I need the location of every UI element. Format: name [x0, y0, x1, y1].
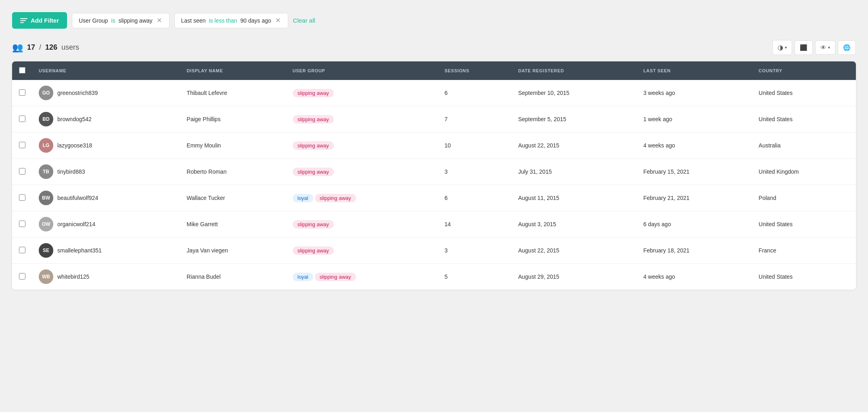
col-date-registered: DATE REGISTERED — [512, 61, 637, 80]
last-seen-cell: February 21, 2021 — [637, 185, 752, 211]
user-group-tag: slipping away — [293, 89, 334, 97]
pie-chart-button[interactable]: ◑ ▾ — [772, 40, 792, 55]
username-cell: OWorganicwolf214 — [32, 211, 180, 238]
username-cell: LGlazygoose318 — [32, 132, 180, 159]
filter1-remove-button[interactable]: ✕ — [156, 17, 163, 24]
filter-bar: Add Filter User Group is slipping away ✕… — [12, 12, 856, 29]
avatar: SE — [39, 243, 53, 258]
avatar: GO — [39, 86, 53, 100]
username-text: smallelephant351 — [57, 247, 102, 254]
add-filter-label: Add Filter — [31, 17, 59, 24]
dropdown-arrow: ▾ — [785, 45, 787, 50]
row-checkbox[interactable] — [19, 89, 25, 96]
username-cell: TBtinybird883 — [32, 159, 180, 185]
clear-all-button[interactable]: Clear all — [293, 17, 315, 24]
table-row: SEsmallelephant351Jaya Van viegenslippin… — [12, 238, 856, 264]
sessions-cell: 7 — [438, 106, 512, 132]
username-text: lazygoose318 — [57, 142, 92, 149]
country-cell: France — [752, 238, 856, 264]
save-button[interactable]: ⬛ — [795, 40, 813, 55]
user-group-tag: slipping away — [315, 194, 356, 202]
table-row: GOgreenostrich839Thibault Lefevreslippin… — [12, 80, 856, 106]
row-checkbox-cell — [12, 159, 32, 185]
date-registered-cell: September 10, 2015 — [512, 80, 637, 106]
table-row: BDbrowndog542Paige Phillipsslipping away… — [12, 106, 856, 132]
row-checkbox[interactable] — [19, 116, 25, 122]
user-group-cell: loyalslipping away — [286, 264, 438, 290]
row-checkbox-cell — [12, 80, 32, 106]
username-text: greenostrich839 — [57, 90, 98, 96]
col-display-name: DISPLAY NAME — [180, 61, 286, 80]
col-checkbox — [12, 61, 32, 80]
user-group-tag: slipping away — [315, 273, 356, 281]
row-checkbox[interactable] — [19, 142, 25, 148]
avatar: WB — [39, 269, 53, 284]
country-cell: United States — [752, 80, 856, 106]
country-cell: Poland — [752, 185, 856, 211]
username-cell: BWbeautifulwolf924 — [32, 185, 180, 211]
sessions-cell: 10 — [438, 132, 512, 159]
row-checkbox[interactable] — [19, 273, 25, 280]
country-cell: Australia — [752, 132, 856, 159]
save-icon: ⬛ — [800, 44, 807, 51]
col-last-seen: LAST SEEN — [637, 61, 752, 80]
avatar: TB — [39, 164, 53, 179]
last-seen-cell: 4 weeks ago — [637, 132, 752, 159]
display-name-cell: Emmy Moulin — [180, 132, 286, 159]
avatar: BD — [39, 112, 53, 126]
user-group-tag: loyal — [293, 194, 313, 202]
username-cell: WBwhitebird125 — [32, 264, 180, 290]
last-seen-cell: 3 weeks ago — [637, 80, 752, 106]
last-seen-cell: February 18, 2021 — [637, 238, 752, 264]
row-checkbox[interactable] — [19, 221, 25, 227]
user-group-tag: slipping away — [293, 168, 334, 176]
username-cell: GOgreenostrich839 — [32, 80, 180, 106]
last-seen-cell: 1 week ago — [637, 106, 752, 132]
last-seen-cell: February 15, 2021 — [637, 159, 752, 185]
date-registered-cell: August 11, 2015 — [512, 185, 637, 211]
date-registered-cell: September 5, 2015 — [512, 106, 637, 132]
date-registered-cell: August 3, 2015 — [512, 211, 637, 238]
select-all-checkbox[interactable] — [19, 67, 25, 74]
username-text: browndog542 — [57, 116, 92, 122]
table-header-row: USERNAME DISPLAY NAME USER GROUP SESSION… — [12, 61, 856, 80]
username-text: whitebird125 — [57, 273, 89, 280]
eye-button[interactable]: 👁 ▾ — [815, 40, 835, 55]
username-cell: BDbrowndog542 — [32, 106, 180, 132]
filter1-prefix: User Group — [79, 17, 108, 24]
add-filter-button[interactable]: Add Filter — [12, 12, 67, 29]
users-icon: 👥 — [12, 42, 23, 53]
user-group-tag: loyal — [293, 273, 313, 281]
row-checkbox[interactable] — [19, 247, 25, 253]
row-checkbox-cell — [12, 185, 32, 211]
display-name-cell: Roberto Roman — [180, 159, 286, 185]
table-row: BWbeautifulwolf924Wallace Tuckerloyalsli… — [12, 185, 856, 211]
user-group-cell: slipping away — [286, 159, 438, 185]
display-name-cell: Thibault Lefevre — [180, 80, 286, 106]
user-group-cell: slipping away — [286, 238, 438, 264]
date-registered-cell: August 22, 2015 — [512, 132, 637, 159]
count-total: 126 — [45, 43, 57, 52]
users-table: USERNAME DISPLAY NAME USER GROUP SESSION… — [12, 61, 856, 290]
display-name-cell: Wallace Tucker — [180, 185, 286, 211]
row-checkbox[interactable] — [19, 168, 25, 174]
country-cell: United States — [752, 106, 856, 132]
username-cell: SEsmallelephant351 — [32, 238, 180, 264]
sessions-cell: 14 — [438, 211, 512, 238]
filter2-value: 90 days ago — [240, 17, 271, 24]
count-separator: / — [39, 43, 41, 52]
col-username: USERNAME — [32, 61, 180, 80]
table-row: OWorganicwolf214Mike Garrettslipping awa… — [12, 211, 856, 238]
col-sessions: SESSIONS — [438, 61, 512, 80]
row-checkbox-cell — [12, 264, 32, 290]
user-group-cell: slipping away — [286, 106, 438, 132]
eye-icon: 👁 — [820, 44, 826, 51]
row-checkbox[interactable] — [19, 194, 25, 201]
col-user-group: USER GROUP — [286, 61, 438, 80]
count-current: 17 — [27, 43, 35, 52]
avatar: LG — [39, 138, 53, 153]
username-text: organicwolf214 — [57, 221, 95, 227]
globe-button[interactable]: 🌐 — [838, 40, 856, 55]
filter2-remove-button[interactable]: ✕ — [275, 17, 281, 24]
sessions-cell: 3 — [438, 159, 512, 185]
